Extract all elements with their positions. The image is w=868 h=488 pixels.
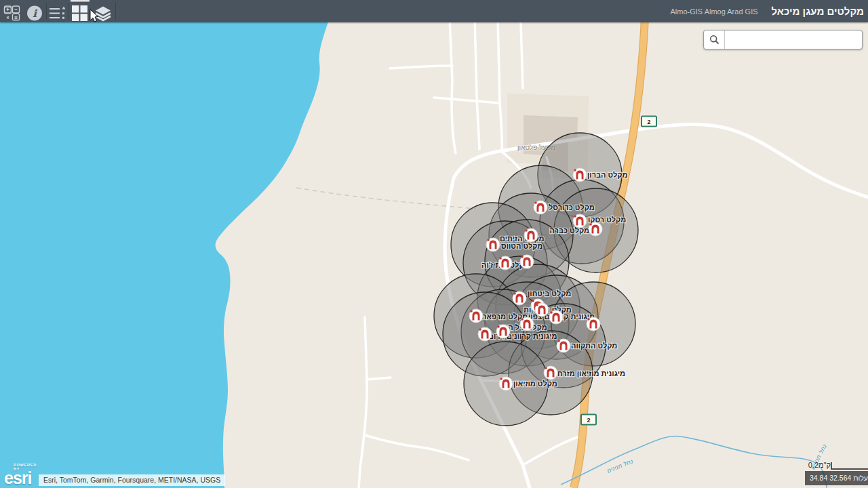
coordinates-readout: מעלות32.564 34.84: [805, 471, 868, 485]
shelter-icon[interactable]: [499, 377, 513, 390]
svg-text:2: 2: [647, 119, 650, 125]
shelter-label: מקלט ביטחון: [528, 289, 571, 298]
shelter-icon[interactable]: [496, 325, 510, 338]
shelter-icon[interactable]: [469, 309, 483, 323]
shelter-label: מקלט מוזיאון: [513, 380, 557, 388]
shelter-icon[interactable]: [534, 201, 547, 214]
route-shield: 2: [581, 415, 596, 425]
mouse-cursor: [90, 9, 98, 22]
shelter-icon[interactable]: [589, 222, 602, 236]
search-input[interactable]: [725, 30, 862, 49]
search-icon: [709, 35, 719, 45]
legend-tool-button[interactable]: [50, 7, 66, 19]
active-tool-indicator: [71, 0, 90, 2]
scale-bar: ק"מ0.2: [831, 462, 868, 470]
layers-tool-button[interactable]: [96, 7, 111, 21]
shelter-icon[interactable]: [573, 168, 587, 182]
info-tool-button[interactable]: i: [27, 6, 42, 21]
shelter-label: מקלט מרפאה: [481, 312, 528, 321]
esri-logo[interactable]: POWERED BY esri: [4, 464, 42, 487]
shelter-icon[interactable]: [557, 339, 570, 352]
shelter-icon[interactable]: [498, 256, 512, 270]
app-title: מקלטים מעגן מיכאל: [772, 5, 864, 17]
shelter-label: מקלט התקווה: [571, 342, 617, 350]
shelter-icon[interactable]: [513, 291, 526, 305]
search-box: [703, 30, 863, 49]
basemap-gallery-button[interactable]: [72, 5, 87, 21]
shelter-icon[interactable]: [520, 317, 534, 331]
shelter-icon[interactable]: [587, 317, 600, 331]
esri-brand-text: esri: [4, 470, 42, 487]
gis-application: מפעל פלסאוןמעגן מיכאלנחל תניניםנחל תניני…: [0, 0, 868, 488]
shelter-label: מקלט כדורסל: [549, 203, 595, 211]
shelter-label: מקלט הברון: [587, 171, 627, 179]
shelter-label: מקלט כברה: [549, 226, 589, 235]
route-shield: 2: [642, 117, 656, 127]
app-header: i: [0, 0, 868, 22]
toolbar: i: [0, 0, 122, 22]
map-attribution: Esri, TomTom, Garmin, Foursquare, METI/N…: [39, 474, 225, 486]
shelter-icon[interactable]: [478, 327, 492, 341]
calculator-tool-button[interactable]: [5, 6, 20, 20]
shelter-label: מיגונית מוזיאון מזרח: [557, 369, 625, 378]
map-canvas[interactable]: מפעל פלסאוןמעגן מיכאלנחל תניניםנחל תניני…: [0, 0, 868, 488]
shelter-icon[interactable]: [535, 303, 549, 317]
shelter-icon[interactable]: [524, 228, 538, 242]
shelter-icon[interactable]: [573, 214, 587, 228]
svg-text:2: 2: [587, 417, 590, 424]
shelter-icon[interactable]: [520, 255, 534, 268]
scale-bar-text: ק"מ0.2: [808, 461, 831, 469]
shelter-icon[interactable]: [486, 238, 500, 251]
shelter-icon[interactable]: [549, 310, 563, 324]
shelter-icon[interactable]: [544, 366, 557, 380]
scale-bar-line: [831, 462, 868, 470]
app-subtitle: Almo-GIS Almog Arad GIS: [671, 7, 758, 16]
search-button[interactable]: [704, 30, 725, 49]
shelter-label: מקלט הטווס: [501, 242, 542, 250]
